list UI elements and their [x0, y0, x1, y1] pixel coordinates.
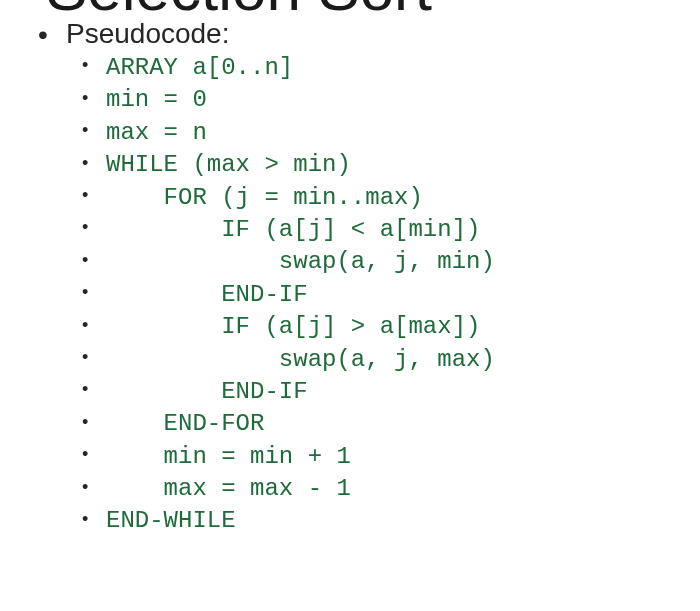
- bullet-icon: •: [82, 377, 88, 401]
- bullet-icon: •: [82, 151, 88, 175]
- bullet-icon: •: [82, 53, 88, 77]
- code-line: • IF (a[j] > a[max]): [82, 311, 690, 343]
- code-text: min = min + 1: [106, 443, 351, 470]
- code-line: • IF (a[j] < a[min]): [82, 214, 690, 246]
- code-text: swap(a, j, min): [106, 248, 495, 275]
- code-text: min = 0: [106, 86, 207, 113]
- bullet-icon: •: [82, 118, 88, 142]
- code-text: max = n: [106, 119, 207, 146]
- code-line: • swap(a, j, max): [82, 344, 690, 376]
- code-line: • FOR (j = min..max): [82, 182, 690, 214]
- code-line: • END-FOR: [82, 408, 690, 440]
- heading-line: • Pseudocode:: [30, 20, 690, 48]
- code-line: •min = 0: [82, 84, 690, 116]
- code-text: END-WHILE: [106, 507, 236, 534]
- bullet-icon: •: [82, 410, 88, 434]
- code-text: ARRAY a[0..n]: [106, 54, 293, 81]
- content-area: • Pseudocode: •ARRAY a[0..n]•min = 0•max…: [30, 20, 690, 538]
- bullet-icon: •: [82, 215, 88, 239]
- code-line: • END-IF: [82, 279, 690, 311]
- code-line: • min = min + 1: [82, 441, 690, 473]
- code-text: END-IF: [106, 378, 308, 405]
- bullet-icon: •: [82, 183, 88, 207]
- bullet-icon: •: [82, 280, 88, 304]
- pseudocode-block: •ARRAY a[0..n]•min = 0•max = n•WHILE (ma…: [82, 52, 690, 538]
- code-text: IF (a[j] > a[max]): [106, 313, 480, 340]
- code-line: •max = n: [82, 117, 690, 149]
- bullet-icon: •: [82, 248, 88, 272]
- code-line: •WHILE (max > min): [82, 149, 690, 181]
- bullet-icon: •: [82, 313, 88, 337]
- bullet-icon: •: [82, 86, 88, 110]
- heading-text: Pseudocode:: [66, 18, 229, 49]
- code-text: END-IF: [106, 281, 308, 308]
- code-line: • max = max - 1: [82, 473, 690, 505]
- code-text: WHILE (max > min): [106, 151, 351, 178]
- bullet-icon: •: [82, 475, 88, 499]
- code-text: max = max - 1: [106, 475, 351, 502]
- slide-title: Selection Sort: [46, 0, 432, 20]
- code-text: END-FOR: [106, 410, 264, 437]
- code-line: • END-IF: [82, 376, 690, 408]
- code-text: swap(a, j, max): [106, 346, 495, 373]
- code-line: •END-WHILE: [82, 505, 690, 537]
- bullet-icon: •: [82, 345, 88, 369]
- bullet-icon: •: [82, 442, 88, 466]
- bullet-icon: •: [38, 21, 48, 49]
- code-line: •ARRAY a[0..n]: [82, 52, 690, 84]
- code-line: • swap(a, j, min): [82, 246, 690, 278]
- code-text: IF (a[j] < a[min]): [106, 216, 480, 243]
- bullet-icon: •: [82, 507, 88, 531]
- code-text: FOR (j = min..max): [106, 184, 423, 211]
